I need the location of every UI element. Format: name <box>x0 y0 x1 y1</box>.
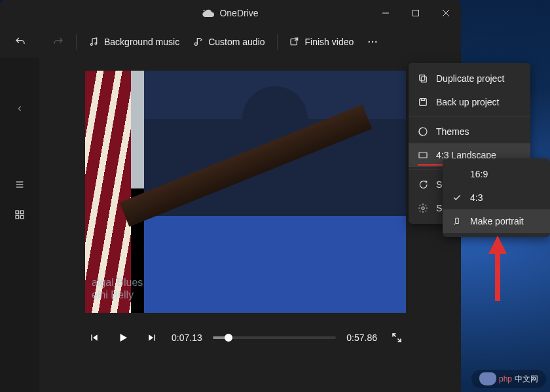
toolbar-separator <box>277 34 278 50</box>
maximize-button[interactable] <box>401 0 431 26</box>
backup-icon <box>418 97 428 107</box>
svg-rect-2 <box>413 10 419 16</box>
progress-bar[interactable] <box>213 336 337 339</box>
submenu-make-portrait[interactable]: Make portrait <box>443 209 550 233</box>
custom-audio-label: Custom audio <box>208 37 265 47</box>
app-window: OneDrive Background music <box>0 0 461 392</box>
svg-rect-15 <box>16 211 19 214</box>
aspect-icon <box>418 150 428 160</box>
submenu-label: Make portrait <box>470 216 524 226</box>
rotate-icon-slot <box>452 217 462 226</box>
submenu-4-3[interactable]: 4:3 <box>443 186 550 209</box>
titlebar: OneDrive <box>0 0 461 26</box>
svg-rect-16 <box>20 211 24 214</box>
next-frame-icon <box>147 332 157 343</box>
preview-watermark-line2: elhi Belly <box>92 289 143 301</box>
minimize-button[interactable] <box>371 0 401 26</box>
window-title: OneDrive <box>219 8 258 18</box>
app-body: aigal Blues elhi Belly 0:07.13 <box>0 58 461 392</box>
window-controls <box>371 0 461 26</box>
menu-separator <box>409 116 530 117</box>
rail-grid-view-button[interactable] <box>8 203 31 226</box>
main-area: aigal Blues elhi Belly 0:07.13 <box>39 58 461 392</box>
grid-icon <box>14 209 25 220</box>
svg-rect-17 <box>16 215 19 219</box>
menu-label: Themes <box>436 126 469 137</box>
svg-rect-27 <box>420 75 425 80</box>
menu-label: Duplicate project <box>436 73 504 84</box>
svg-rect-32 <box>456 218 459 223</box>
svg-point-9 <box>369 41 370 42</box>
svg-rect-28 <box>420 99 427 106</box>
submenu-16-9[interactable]: 16:9 <box>443 162 550 186</box>
background-music-label: Background music <box>104 37 179 47</box>
elephant-icon <box>479 372 496 385</box>
watermark-brand: php <box>499 374 512 383</box>
svg-marker-21 <box>120 334 128 342</box>
menu-backup-project[interactable]: Back up project <box>409 90 530 114</box>
settings-icon <box>418 203 428 213</box>
check-slot <box>452 193 462 202</box>
audio-icon <box>192 37 203 47</box>
more-icon <box>367 36 378 48</box>
custom-audio-button[interactable]: Custom audio <box>186 33 271 51</box>
feedback-icon <box>418 179 428 190</box>
fullscreen-button[interactable] <box>388 329 406 347</box>
export-icon <box>289 37 300 47</box>
svg-point-5 <box>90 43 92 45</box>
onedrive-icon <box>202 9 214 17</box>
play-button[interactable] <box>114 329 132 347</box>
svg-marker-20 <box>93 334 98 340</box>
rail-back-button[interactable] <box>8 97 31 120</box>
svg-point-10 <box>372 41 373 42</box>
progress-thumb[interactable] <box>225 334 232 342</box>
more-button[interactable] <box>360 32 385 52</box>
finish-video-button[interactable]: Finish video <box>283 33 361 51</box>
total-time: 0:57.86 <box>346 332 377 343</box>
svg-rect-19 <box>91 334 92 340</box>
preview-watermark: aigal Blues elhi Belly <box>92 276 143 301</box>
toolbar-separator <box>76 34 77 50</box>
list-icon <box>14 179 25 190</box>
menu-duplicate-project[interactable]: Duplicate project <box>409 67 530 90</box>
fullscreen-icon <box>391 332 403 344</box>
undo-button[interactable] <box>8 32 33 52</box>
svg-marker-33 <box>488 236 507 301</box>
svg-point-11 <box>375 41 376 42</box>
preview-watermark-line1: aigal Blues <box>92 276 143 289</box>
menu-label: Back up project <box>436 97 500 107</box>
prev-frame-button[interactable] <box>85 329 103 347</box>
music-icon <box>88 37 99 47</box>
site-watermark: php 中文网 <box>471 370 546 388</box>
check-icon <box>452 193 462 202</box>
undo-icon <box>14 36 26 48</box>
svg-rect-23 <box>154 334 155 340</box>
aspect-ratio-submenu: 16:9 4:3 Make portrait <box>443 158 550 237</box>
background-music-button[interactable]: Background music <box>82 33 186 51</box>
playback-controls: 0:07.13 0:57.86 <box>85 329 406 347</box>
svg-point-6 <box>95 43 97 45</box>
menu-themes[interactable]: Themes <box>409 120 530 143</box>
finish-video-label: Finish video <box>305 37 354 47</box>
duplicate-icon <box>418 73 428 84</box>
play-icon <box>117 332 129 344</box>
current-time: 0:07.13 <box>172 332 202 343</box>
chevron-left-icon <box>15 104 24 113</box>
svg-rect-26 <box>421 77 426 82</box>
svg-rect-18 <box>20 215 24 219</box>
svg-marker-22 <box>149 334 153 340</box>
prev-frame-icon <box>89 332 100 343</box>
close-button[interactable] <box>431 0 461 26</box>
redo-button[interactable] <box>46 32 71 52</box>
submenu-label: 4:3 <box>470 192 483 203</box>
rail-list-view-button[interactable] <box>8 173 31 196</box>
next-frame-button[interactable] <box>143 329 161 347</box>
left-rail <box>0 58 39 392</box>
annotation-arrow <box>485 236 511 301</box>
video-preview[interactable]: aigal Blues elhi Belly <box>85 71 406 313</box>
watermark-suffix: 中文网 <box>515 374 538 385</box>
svg-rect-30 <box>419 152 427 158</box>
themes-icon <box>418 126 428 137</box>
svg-point-31 <box>422 207 424 209</box>
rotate-icon <box>452 217 462 226</box>
